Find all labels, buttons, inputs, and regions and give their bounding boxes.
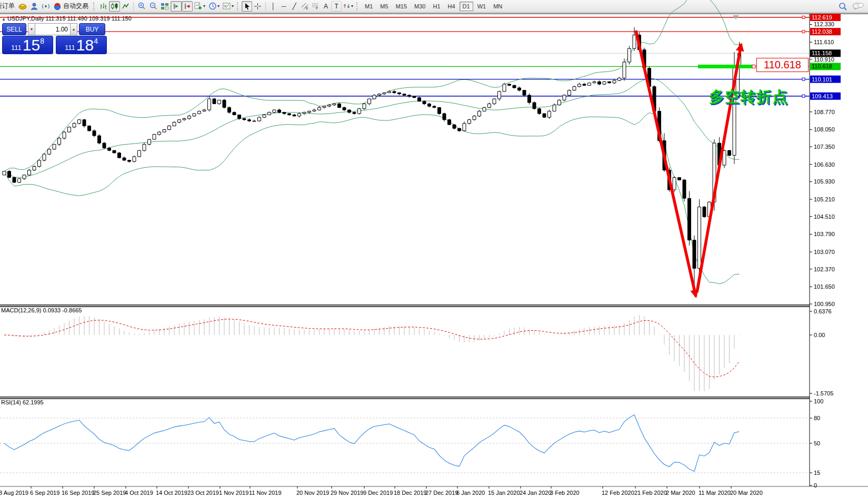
bearish-candles [8, 35, 731, 269]
buy-price-pipette: 4 [94, 38, 98, 44]
rsi-tick-label: 100 [814, 398, 823, 404]
date-label: 24 Jan 2020 [520, 490, 552, 496]
date-label: 25 Sep 2019 [93, 490, 126, 496]
turning-point-annotation: 多空转折点 [709, 87, 788, 108]
trend-arrow[interactable] [697, 44, 741, 292]
price-marker-label: 112.038 [812, 28, 832, 35]
date-label: 4 Oct 2019 [125, 490, 153, 496]
bollinger-upper-band [4, 0, 740, 171]
price-marker-label: 112.619 [812, 14, 832, 21]
rsi-tick-label: 0 [814, 482, 817, 489]
price-tick-label: 106.630 [814, 161, 835, 168]
price-tick-label: 108.050 [814, 126, 835, 133]
date-label: 18 Dec 2019 [394, 490, 426, 496]
date-label: 27 Dec 2019 [425, 490, 458, 496]
price-tick-label: 101.650 [814, 283, 835, 290]
bollinger-lower-band [4, 113, 740, 283]
date-label: 29 Nov 2019 [331, 490, 363, 496]
date-label: 12 Feb 2020 [602, 490, 634, 496]
volume-stepper: ▼ ▲ [28, 23, 77, 35]
macd-tick-label: -1.5705 [814, 390, 833, 397]
bollinger-middle-band [4, 78, 740, 177]
price-tick-label: 110.910 [814, 56, 834, 63]
price-marker-label: 110.101 [812, 76, 832, 83]
sell-price-button[interactable]: 111 15 8 [2, 36, 53, 54]
price-tick-label: 112.330 [814, 21, 834, 27]
price-marker-label: 109.413 [812, 93, 833, 99]
rsi-tick-label: 50 [814, 440, 820, 446]
volume-input[interactable] [35, 23, 70, 35]
line-endpoint-marker[interactable] [802, 78, 805, 80]
label-anchor-marker[interactable] [752, 65, 755, 68]
price-level-label[interactable]: 110.618 [756, 58, 809, 72]
date-label: 20 Mar 2020 [730, 490, 763, 496]
date-label: 20 Nov 2019 [296, 490, 329, 496]
sell-price-bigfigure: 111 [11, 43, 22, 53]
price-tick-label: 105.210 [814, 196, 835, 202]
volume-decrease-button[interactable]: ▼ [28, 23, 35, 35]
date-label: 21 Feb 2020 [634, 490, 667, 496]
macd-tick-label: 0.6376 [814, 308, 832, 314]
date-label: 9 Dec 2019 [363, 490, 393, 496]
rsi-indicator-label: RSI(14) 62.1995 [1, 399, 44, 405]
price-tick-label: 100.950 [814, 301, 835, 307]
price-tick-label: 108.770 [814, 109, 835, 115]
price-marker-label: 111.158 [812, 50, 832, 56]
price-tick-label: 105.930 [814, 178, 835, 185]
date-label: 11 Nov 2019 [249, 490, 282, 496]
price-tick-label: 103.790 [814, 231, 835, 237]
date-label: 2 Mar 2020 [666, 490, 695, 496]
date-label: 1 Nov 2019 [219, 490, 248, 496]
support-highlight-segment[interactable] [698, 65, 754, 68]
macd-indicator-label: MACD(12,26,9) 0.0933 -0.8665 [1, 307, 82, 313]
price-tick-label: 104.510 [814, 214, 835, 220]
price-tick-label: 107.350 [814, 144, 835, 150]
price-tick-label: 111.610 [814, 39, 834, 45]
date-label: 14 Oct 2019 [156, 490, 187, 496]
date-label: 11 Mar 2020 [699, 490, 731, 496]
line-endpoint-marker[interactable] [802, 16, 805, 19]
date-label: 15 Jan 2020 [488, 490, 520, 496]
one-click-trade-panel: SELL ▼ ▲ BUY 111 15 8 111 18 4 [2, 23, 113, 54]
sell-button[interactable]: SELL [2, 23, 26, 35]
date-label: 3 Feb 2020 [550, 490, 580, 496]
volume-increase-button[interactable]: ▲ [70, 23, 77, 35]
macd-histogram [4, 315, 740, 391]
trend-arrow[interactable] [636, 31, 696, 297]
price-tick-label: 102.370 [814, 266, 835, 272]
buy-price-button[interactable]: 111 18 4 [56, 36, 107, 54]
sell-price-pipette: 8 [40, 38, 44, 44]
rsi-tick-label: 80 [814, 415, 820, 421]
price-tick-label: 103.070 [814, 249, 835, 255]
date-label: 28 Aug 2019 [0, 490, 28, 496]
chart-canvas[interactable]: 112.330111.610110.910108.770108.050107.3… [0, 0, 868, 498]
buy-price-bigfigure: 111 [65, 43, 75, 53]
line-endpoint-marker[interactable] [802, 95, 805, 97]
rsi-tick-label: 15 [814, 470, 820, 476]
line-endpoint-marker[interactable] [802, 31, 805, 33]
buy-button[interactable]: BUY [79, 23, 105, 35]
buy-price-pips: 18 [76, 38, 94, 53]
date-label: 6 Sep 2019 [30, 490, 59, 496]
macd-tick-label: 0.00 [814, 332, 825, 338]
date-label: 23 Oct 2019 [187, 490, 219, 496]
date-label: 16 Sep 2019 [62, 490, 94, 496]
price-marker-label: 110.618 [812, 63, 832, 69]
sell-price-pips: 15 [23, 38, 40, 53]
date-label: 6 Jan 2020 [456, 490, 485, 496]
